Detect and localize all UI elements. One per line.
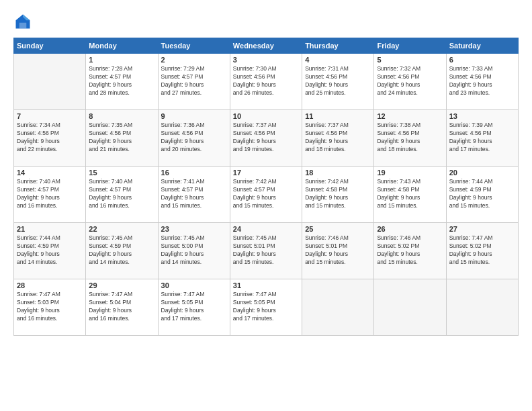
day-number: 2 [161, 56, 227, 64]
day-number: 13 [449, 112, 515, 120]
calendar-cell: 16Sunrise: 7:41 AM Sunset: 4:57 PM Dayli… [158, 167, 230, 223]
day-number: 9 [161, 112, 227, 120]
calendar-cell: 26Sunrise: 7:46 AM Sunset: 5:02 PM Dayli… [374, 223, 446, 279]
calendar-week-row: 1Sunrise: 7:28 AM Sunset: 4:57 PM Daylig… [14, 54, 519, 110]
day-info: Sunrise: 7:46 AM Sunset: 5:01 PM Dayligh… [305, 234, 371, 267]
calendar-cell: 22Sunrise: 7:45 AM Sunset: 4:59 PM Dayli… [86, 223, 158, 279]
day-info: Sunrise: 7:47 AM Sunset: 5:05 PM Dayligh… [233, 291, 299, 323]
day-number: 25 [305, 225, 371, 233]
day-number: 1 [89, 56, 154, 64]
day-number: 4 [305, 56, 371, 64]
calendar-cell: 15Sunrise: 7:40 AM Sunset: 4:57 PM Dayli… [86, 167, 158, 223]
calendar-cell: 7Sunrise: 7:34 AM Sunset: 4:56 PM Daylig… [14, 110, 86, 167]
day-info: Sunrise: 7:45 AM Sunset: 5:01 PM Dayligh… [233, 234, 299, 267]
day-info: Sunrise: 7:28 AM Sunset: 4:57 PM Dayligh… [89, 65, 154, 97]
weekday-header-thursday: Thursday [302, 38, 374, 54]
day-number: 15 [89, 169, 154, 177]
calendar-cell: 23Sunrise: 7:45 AM Sunset: 5:00 PM Dayli… [158, 223, 230, 279]
day-number: 7 [17, 112, 83, 120]
day-info: Sunrise: 7:32 AM Sunset: 4:56 PM Dayligh… [377, 65, 443, 97]
weekday-header-tuesday: Tuesday [158, 38, 230, 54]
day-info: Sunrise: 7:42 AM Sunset: 4:58 PM Dayligh… [305, 178, 371, 210]
day-number: 18 [305, 169, 371, 177]
day-number: 10 [233, 112, 299, 120]
calendar-week-row: 7Sunrise: 7:34 AM Sunset: 4:56 PM Daylig… [14, 110, 519, 167]
day-info: Sunrise: 7:37 AM Sunset: 4:56 PM Dayligh… [233, 122, 299, 154]
calendar-cell: 21Sunrise: 7:44 AM Sunset: 4:59 PM Dayli… [14, 223, 86, 279]
calendar-week-row: 21Sunrise: 7:44 AM Sunset: 4:59 PM Dayli… [14, 223, 519, 279]
day-info: Sunrise: 7:36 AM Sunset: 4:56 PM Dayligh… [161, 122, 227, 154]
logo-icon [13, 12, 32, 31]
calendar-cell: 3Sunrise: 7:30 AM Sunset: 4:56 PM Daylig… [230, 54, 302, 110]
day-info: Sunrise: 7:46 AM Sunset: 5:02 PM Dayligh… [377, 234, 443, 267]
day-number: 16 [161, 169, 227, 177]
calendar-week-row: 14Sunrise: 7:40 AM Sunset: 4:57 PM Dayli… [14, 167, 519, 223]
day-number: 6 [449, 56, 515, 64]
day-number: 27 [449, 225, 515, 233]
day-info: Sunrise: 7:39 AM Sunset: 4:56 PM Dayligh… [449, 122, 515, 154]
day-number: 19 [377, 169, 443, 177]
weekday-header-wednesday: Wednesday [230, 38, 302, 54]
calendar-cell: 11Sunrise: 7:37 AM Sunset: 4:56 PM Dayli… [302, 110, 374, 167]
day-number: 24 [233, 225, 299, 233]
day-info: Sunrise: 7:33 AM Sunset: 4:56 PM Dayligh… [449, 65, 515, 97]
day-info: Sunrise: 7:34 AM Sunset: 4:56 PM Dayligh… [17, 122, 83, 154]
day-number: 3 [233, 56, 299, 64]
calendar-week-row: 28Sunrise: 7:47 AM Sunset: 5:03 PM Dayli… [14, 279, 519, 336]
weekday-header-row: SundayMondayTuesdayWednesdayThursdayFrid… [14, 38, 519, 54]
day-number: 14 [17, 169, 83, 177]
calendar-cell: 30Sunrise: 7:47 AM Sunset: 5:05 PM Dayli… [158, 279, 230, 336]
calendar-cell: 29Sunrise: 7:47 AM Sunset: 5:04 PM Dayli… [86, 279, 158, 336]
calendar-cell [374, 279, 446, 336]
day-info: Sunrise: 7:40 AM Sunset: 4:57 PM Dayligh… [17, 178, 83, 210]
calendar-cell: 18Sunrise: 7:42 AM Sunset: 4:58 PM Dayli… [302, 167, 374, 223]
calendar-cell [302, 279, 374, 336]
calendar-cell: 28Sunrise: 7:47 AM Sunset: 5:03 PM Dayli… [14, 279, 86, 336]
day-info: Sunrise: 7:45 AM Sunset: 4:59 PM Dayligh… [89, 234, 154, 267]
calendar-cell: 17Sunrise: 7:42 AM Sunset: 4:57 PM Dayli… [230, 167, 302, 223]
day-number: 21 [17, 225, 83, 233]
day-info: Sunrise: 7:40 AM Sunset: 4:57 PM Dayligh… [89, 178, 154, 210]
day-info: Sunrise: 7:47 AM Sunset: 5:05 PM Dayligh… [161, 291, 227, 323]
calendar-cell: 5Sunrise: 7:32 AM Sunset: 4:56 PM Daylig… [374, 54, 446, 110]
day-number: 23 [161, 225, 227, 233]
header [13, 12, 519, 31]
svg-rect-2 [19, 23, 27, 29]
day-info: Sunrise: 7:45 AM Sunset: 5:00 PM Dayligh… [161, 234, 227, 267]
day-number: 22 [89, 225, 154, 233]
day-info: Sunrise: 7:31 AM Sunset: 4:56 PM Dayligh… [305, 65, 371, 97]
day-number: 12 [377, 112, 443, 120]
calendar-cell: 13Sunrise: 7:39 AM Sunset: 4:56 PM Dayli… [446, 110, 518, 167]
calendar-cell [14, 54, 86, 110]
calendar-cell: 12Sunrise: 7:38 AM Sunset: 4:56 PM Dayli… [374, 110, 446, 167]
day-info: Sunrise: 7:44 AM Sunset: 4:59 PM Dayligh… [449, 178, 515, 210]
day-number: 26 [377, 225, 443, 233]
calendar-cell: 14Sunrise: 7:40 AM Sunset: 4:57 PM Dayli… [14, 167, 86, 223]
weekday-header-sunday: Sunday [14, 38, 86, 54]
day-number: 28 [17, 281, 83, 289]
day-info: Sunrise: 7:41 AM Sunset: 4:57 PM Dayligh… [161, 178, 227, 210]
page: SundayMondayTuesdayWednesdayThursdayFrid… [0, 0, 532, 411]
day-info: Sunrise: 7:38 AM Sunset: 4:56 PM Dayligh… [377, 122, 443, 154]
day-info: Sunrise: 7:47 AM Sunset: 5:02 PM Dayligh… [449, 234, 515, 267]
day-number: 31 [233, 281, 299, 289]
calendar-cell: 4Sunrise: 7:31 AM Sunset: 4:56 PM Daylig… [302, 54, 374, 110]
calendar-cell: 31Sunrise: 7:47 AM Sunset: 5:05 PM Dayli… [230, 279, 302, 336]
day-info: Sunrise: 7:44 AM Sunset: 4:59 PM Dayligh… [17, 234, 83, 267]
weekday-header-monday: Monday [86, 38, 158, 54]
day-number: 11 [305, 112, 371, 120]
day-info: Sunrise: 7:29 AM Sunset: 4:57 PM Dayligh… [161, 65, 227, 97]
day-number: 29 [89, 281, 154, 289]
day-info: Sunrise: 7:37 AM Sunset: 4:56 PM Dayligh… [305, 122, 371, 154]
logo [13, 12, 35, 31]
day-number: 20 [449, 169, 515, 177]
calendar-cell: 19Sunrise: 7:43 AM Sunset: 4:58 PM Dayli… [374, 167, 446, 223]
calendar-cell: 25Sunrise: 7:46 AM Sunset: 5:01 PM Dayli… [302, 223, 374, 279]
calendar-table: SundayMondayTuesdayWednesdayThursdayFrid… [13, 38, 519, 336]
calendar-cell: 24Sunrise: 7:45 AM Sunset: 5:01 PM Dayli… [230, 223, 302, 279]
day-info: Sunrise: 7:47 AM Sunset: 5:04 PM Dayligh… [89, 291, 154, 323]
weekday-header-saturday: Saturday [446, 38, 518, 54]
weekday-header-friday: Friday [374, 38, 446, 54]
calendar-cell: 1Sunrise: 7:28 AM Sunset: 4:57 PM Daylig… [86, 54, 158, 110]
day-info: Sunrise: 7:43 AM Sunset: 4:58 PM Dayligh… [377, 178, 443, 210]
